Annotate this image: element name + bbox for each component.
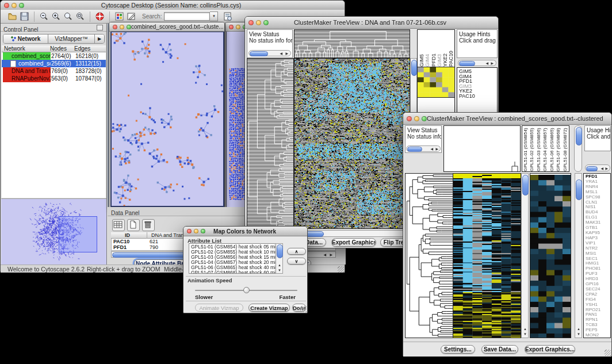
scroll-left-icon[interactable]: ◀	[485, 62, 488, 65]
scrollbar-thumb[interactable]	[250, 51, 268, 56]
tv2-zoom-vscrollbar[interactable]: ▲ ▼	[575, 173, 582, 338]
treeview1-titlebar[interactable]: ClusterMaker TreeView : DNA and Tran 07-…	[245, 17, 498, 29]
zoom-in-icon[interactable]	[51, 12, 61, 21]
network-row[interactable]: RNAPuberNov2+ 563(0) 107847(0)	[2, 75, 106, 82]
tv1-row-dendrogram[interactable]	[247, 58, 294, 229]
main-titlebar[interactable]: Cytoscape Desktop (Session Name: collins…	[1, 1, 345, 10]
tv2-column-label[interactable]: GPL51-03 (GSM856)	[536, 126, 542, 171]
scroll-left-icon[interactable]: ◀	[323, 253, 326, 256]
save-data-button[interactable]: Save Data...	[481, 345, 518, 354]
scrollbar-thumb[interactable]	[586, 166, 598, 171]
scrollbar-thumb[interactable]	[411, 60, 417, 76]
annotation-icon[interactable]	[127, 12, 136, 21]
show-table-icon[interactable]	[112, 219, 125, 231]
zoom-window-icon[interactable]	[201, 229, 205, 233]
zoom-window-icon[interactable]	[19, 3, 24, 8]
scroll-left-icon[interactable]: ◀	[430, 147, 433, 151]
resize-grip[interactable]	[338, 266, 344, 273]
tv1-column-label[interactable]: PAC10	[448, 30, 454, 67]
tv1-row-label[interactable]: PAC10	[459, 94, 497, 99]
scroll-down-icon[interactable]: ▼	[278, 269, 281, 272]
tv1-heatmap[interactable]	[294, 58, 410, 229]
tv1-column-label[interactable]: GIM5	[419, 30, 424, 67]
close-icon[interactable]	[4, 3, 9, 8]
help-lifering-icon[interactable]	[95, 12, 105, 21]
network-row[interactable]: DNA and Tran 07 769(0) 183728(0)	[2, 67, 106, 75]
minimize-icon[interactable]	[194, 229, 198, 233]
minimize-icon[interactable]	[12, 3, 17, 8]
scrollbar-thumb[interactable]	[459, 61, 475, 66]
zoom-window-icon[interactable]	[422, 116, 427, 121]
move-down-button[interactable]: ∨	[287, 258, 306, 265]
resize-grip[interactable]	[605, 350, 611, 356]
zoom-out-icon[interactable]	[39, 12, 49, 21]
tv1-zoom-matrix[interactable]	[417, 67, 455, 98]
animation-slider[interactable]	[195, 288, 297, 293]
open-file-icon[interactable]	[7, 12, 17, 21]
tv2-gene-label[interactable]: MON2	[586, 333, 610, 338]
search-dropdown-button[interactable]: ▼	[210, 12, 218, 21]
scroll-right-icon[interactable]: ▶	[330, 253, 332, 256]
tv2-column-label[interactable]: GPL51-08 (GSM872)	[563, 126, 569, 171]
zoom-selected-icon[interactable]	[63, 12, 73, 21]
tv1-column-label[interactable]: PFD1	[431, 30, 437, 67]
import-network-icon[interactable]	[223, 12, 232, 21]
tab-overflow-arrow[interactable]: ▶	[95, 35, 104, 43]
float-panel-icon[interactable]	[97, 25, 103, 30]
scroll-right-icon[interactable]: ▶	[435, 147, 438, 151]
zoom-fit-icon[interactable]	[75, 12, 85, 21]
new-attribute-icon[interactable]	[127, 219, 140, 231]
attribute-option[interactable]: GPL51-07 (GSM868) heat shock 60 min	[191, 270, 282, 274]
tv1-column-dendrogram[interactable]	[294, 29, 410, 58]
tv2-heatmap[interactable]	[453, 173, 521, 338]
scroll-up-icon[interactable]: ▲	[278, 263, 281, 267]
tv1-bottom-hscrollbar[interactable]	[294, 230, 410, 237]
network-row[interactable]: combined_sco 2569(6) 13112(15)	[2, 60, 106, 67]
tv2-heatmap-vscrollbar[interactable]: ▲ ▼	[521, 173, 529, 338]
scroll-down-icon[interactable]: ▼	[523, 332, 527, 336]
move-up-button[interactable]: ∧	[287, 248, 306, 255]
tv2-status-hscrollbar[interactable]: ◀ ▶	[406, 145, 441, 152]
network1-titlebar[interactable]: combined_scores_good.txt--cluste...	[109, 22, 224, 32]
minimize-icon[interactable]	[120, 25, 124, 29]
tv2-column-label[interactable]: GPL51-02 (GSM855)	[529, 126, 536, 171]
resize-grip[interactable]	[300, 306, 307, 312]
tv2-row-dendrogram[interactable]	[405, 173, 453, 338]
scroll-left-icon[interactable]: ◀	[600, 167, 603, 170]
treeview2-titlebar[interactable]: ClusterMaker TreeView : combined_scores_…	[403, 113, 611, 125]
animate-vizmap-button[interactable]: Animate Vizmap	[195, 304, 243, 312]
scrollbar-thumb[interactable]	[522, 175, 529, 196]
scrollbar-thumb[interactable]	[576, 127, 582, 145]
tv2-column-label[interactable]: GPL51-01 (GSM854)	[523, 126, 529, 171]
scrollbar-thumb[interactable]	[277, 244, 283, 258]
tv2-zoom-heatmap[interactable]	[530, 173, 571, 338]
scroll-left-icon[interactable]: ◀	[280, 52, 282, 55]
tv1-column-label[interactable]: GIM4	[424, 30, 430, 67]
attribute-list-vscrollbar[interactable]: ▲ ▼	[276, 243, 283, 274]
vizmapper-icon[interactable]	[114, 12, 124, 21]
tv2-hints-hscrollbar[interactable]: ◀ ▶	[585, 164, 610, 171]
search-input[interactable]	[164, 12, 210, 21]
export-graphics-button[interactable]: Export Graphics...	[525, 345, 575, 354]
close-icon[interactable]	[187, 229, 192, 233]
scroll-down-icon[interactable]: ▼	[577, 332, 580, 336]
zoom-window-icon[interactable]	[127, 25, 131, 29]
close-icon[interactable]	[229, 25, 234, 29]
birds-eye-view[interactable]	[1, 198, 106, 265]
scrollbar-thumb[interactable]	[407, 147, 422, 152]
scrollbar-thumb[interactable]	[576, 179, 582, 200]
tab-vizmapper[interactable]: VizMapper™	[48, 35, 95, 43]
tv2-column-label[interactable]: GPL51-07 (GSM868)	[556, 126, 562, 171]
minimize-icon[interactable]	[236, 25, 240, 29]
tv1-column-label[interactable]: GIM3	[437, 30, 442, 67]
close-icon[interactable]	[113, 25, 117, 29]
tv2-column-label[interactable]: GPL51-04 (GSM857)	[542, 126, 549, 171]
tv1-column-label[interactable]: YKE2	[442, 30, 448, 67]
close-icon[interactable]	[407, 116, 412, 121]
scroll-right-icon[interactable]: ▶	[285, 52, 288, 55]
tv2-collabel-vscrollbar[interactable]	[574, 125, 582, 172]
tab-network[interactable]: Network	[3, 35, 48, 43]
tv1-hints-hscrollbar[interactable]: ◀ ▶	[458, 60, 496, 66]
save-icon[interactable]	[20, 12, 29, 21]
zoom-window-icon[interactable]	[263, 20, 269, 25]
